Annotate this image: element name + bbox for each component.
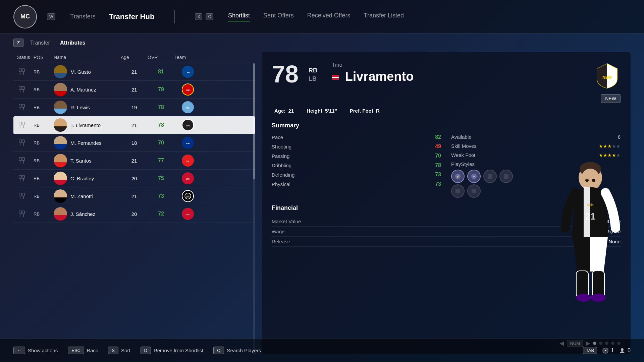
key-search-players: Q: [213, 347, 224, 354]
keybind-w: W: [47, 13, 55, 20]
svg-rect-65: [455, 189, 460, 193]
tab-received-offers[interactable]: Received Offers: [307, 12, 351, 21]
scout-icon: [17, 191, 27, 201]
svg-rect-50: [19, 211, 21, 214]
table-row[interactable]: RB T. Santos 21 77 LIL: [13, 152, 255, 170]
player-pos: RB: [34, 194, 54, 199]
table-row[interactable]: RB C. Bradley 20 75 LFC: [13, 170, 255, 187]
table-row[interactable]: RB M. Fernandes 18 70 POR: [13, 134, 255, 152]
playstyle-icon-1: ⚡: [451, 170, 465, 183]
label-back: Back: [87, 348, 98, 353]
tab-sent-offers[interactable]: Sent Offers: [263, 12, 294, 21]
table-row[interactable]: RB J. Sánchez 20 72 SEV: [13, 205, 255, 223]
action-search-players[interactable]: Q Search Players: [213, 347, 261, 354]
detail-top-row: 78 RB LB Tino Livramento: [272, 62, 621, 103]
team-badge: GIR: [182, 83, 194, 96]
scout-icon: [17, 173, 27, 183]
keybind-c: C: [206, 13, 213, 20]
scrollbar[interactable]: [253, 63, 255, 354]
player-ovr: 72: [148, 211, 174, 217]
player-age: 21: [121, 158, 148, 164]
player-info: C. Bradley: [54, 172, 121, 185]
table-row[interactable]: RB M. Gusto 21 81 CHE: [13, 63, 255, 81]
team-badge: LFC: [182, 172, 194, 184]
player-age: 20: [121, 211, 148, 217]
action-back[interactable]: ESC Back: [68, 347, 98, 354]
svg-text:✦: ✦: [473, 175, 475, 178]
header: MC W Transfers Transfer Hub X C Shortlis…: [0, 0, 644, 34]
player-character: 21 sela: [537, 104, 644, 339]
sub-nav: Z Transfer Attributes: [0, 34, 644, 52]
svg-rect-63: [488, 174, 492, 179]
header-nav: W Transfers Transfer Hub X C Shortlist S…: [47, 10, 631, 23]
table-row[interactable]: RB T. Livramento 21 78 NEW: [13, 116, 255, 134]
detail-last-name: Livramento: [332, 69, 594, 84]
player-detail-height: 5'11": [325, 108, 337, 114]
player-name: M. Zanotti: [70, 193, 93, 199]
player-detail-age: 21: [288, 108, 294, 114]
player-pos: RB: [34, 158, 54, 163]
detail-name-section: Tino Livramento: [332, 62, 594, 84]
team-badge: LIL: [182, 155, 194, 167]
player-ovr: 77: [148, 158, 174, 164]
svg-rect-8: [19, 86, 21, 89]
player-age: 18: [121, 140, 148, 146]
player-info: T. Livramento: [54, 118, 121, 132]
sub-nav-attributes[interactable]: Attributes: [60, 40, 86, 46]
key-sort: S: [108, 347, 118, 354]
player-name: R. Lewis: [70, 105, 90, 110]
avatar: [54, 101, 67, 114]
score-1-value: 1: [611, 348, 614, 354]
action-show-actions[interactable]: ← Show actions: [13, 347, 58, 354]
svg-rect-33: [22, 158, 24, 161]
player-name: M. Gusto: [70, 69, 91, 75]
sub-nav-transfer[interactable]: Transfer: [30, 40, 50, 46]
player-age: 19: [121, 105, 148, 110]
scout-icon: [17, 67, 27, 77]
svg-rect-21: [22, 122, 24, 125]
avatar: [54, 189, 67, 203]
avatar: [54, 65, 67, 78]
team-badge: NEW: [182, 119, 194, 131]
stat-defending: Defending 73: [272, 172, 441, 178]
score-2-value: 0: [628, 348, 631, 354]
col-name: Name: [54, 55, 121, 60]
player-list-container: Status POS Name Age OVR Team: [13, 52, 255, 354]
person-icon: [619, 347, 626, 354]
svg-text:LIL: LIL: [186, 160, 189, 162]
svg-text:NEW: NEW: [186, 125, 190, 127]
height-label: Height: [307, 108, 322, 114]
svg-text:SEV: SEV: [186, 214, 190, 216]
team-badge: SEV: [182, 208, 194, 220]
player-age: 20: [121, 176, 148, 181]
key-back: ESC: [68, 347, 84, 354]
scout-icon: [17, 209, 27, 219]
avatar: [54, 136, 67, 149]
scout-icon: [17, 120, 27, 130]
tab-shortlist[interactable]: Shortlist: [228, 12, 250, 21]
stat-shooting: Shooting 49: [272, 143, 441, 149]
playstyle-icon-5: [451, 184, 465, 198]
transfers-link[interactable]: Transfers: [70, 13, 95, 20]
svg-rect-32: [19, 158, 21, 161]
svg-text:⚡: ⚡: [456, 175, 460, 178]
team-badge: LUG: [182, 190, 194, 202]
table-row[interactable]: RB R. Lewis 19 78 MCI: [13, 99, 255, 116]
svg-rect-66: [472, 189, 476, 193]
action-remove[interactable]: D Remove from Shortlist: [141, 347, 204, 354]
table-row[interactable]: RB M. Zanotti 21 73 LUG: [13, 187, 255, 205]
detail-rating: 78: [272, 62, 299, 86]
svg-rect-26: [19, 140, 21, 143]
svg-text:CHE: CHE: [186, 71, 190, 73]
table-row[interactable]: RB A. Martínez 21 79 GIR: [13, 81, 255, 99]
player-pos: RB: [34, 105, 54, 110]
label-show-actions: Show actions: [28, 348, 58, 353]
player-info: M. Zanotti: [54, 189, 121, 203]
player-age: 21: [121, 122, 148, 128]
svg-rect-64: [504, 174, 508, 179]
detail-first-name: Tino: [332, 62, 594, 68]
left-stats: Pace 82 Shooting 49 Passing 70 Dribbling…: [272, 134, 441, 198]
primary-pos: RB: [309, 67, 317, 74]
tab-transfer-listed[interactable]: Transfer Listed: [364, 12, 404, 21]
action-sort[interactable]: S Sort: [108, 347, 130, 354]
